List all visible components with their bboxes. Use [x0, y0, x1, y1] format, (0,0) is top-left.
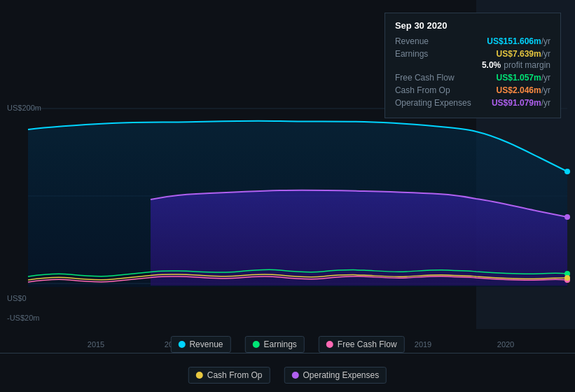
legend-label-cash-from-op: Cash From Op	[207, 370, 263, 380]
tooltip-row-op-expenses: Operating Expenses US$91.079m/yr	[395, 98, 550, 108]
y-label-mid: US$0	[7, 294, 27, 302]
tooltip-fcf-label: Free Cash Flow	[395, 73, 479, 83]
tooltip-revenue-label: Revenue	[395, 36, 479, 46]
svg-point-6	[564, 169, 570, 174]
y-label-top: US$200m	[7, 104, 41, 112]
legend-item-revenue[interactable]: Revenue	[170, 336, 230, 353]
tooltip-profit-margin-label: profit margin	[504, 60, 550, 70]
legend-label-op-expenses: Operating Expenses	[303, 370, 379, 380]
tooltip-date: Sep 30 2020	[395, 20, 550, 31]
x-label-2015: 2015	[88, 340, 104, 349]
legend-label-revenue: Revenue	[189, 340, 223, 349]
tooltip-row-cash-from-op: Cash From Op US$2.046m/yr	[395, 85, 550, 95]
legend-dot-revenue	[178, 341, 185, 348]
tooltip-revenue-value: US$151.606m/yr	[487, 36, 550, 46]
legend-dot-earnings	[252, 341, 259, 348]
tooltip-box: Sep 30 2020 Revenue US$151.606m/yr Earni…	[385, 13, 561, 118]
svg-point-7	[564, 214, 570, 220]
legend-item-op-expenses[interactable]: Operating Expenses	[284, 367, 387, 384]
tooltip-row-revenue: Revenue US$151.606m/yr	[395, 36, 550, 46]
legend: Revenue Earnings Free Cash Flow Cash Fro…	[144, 336, 431, 384]
tooltip-earnings-label: Earnings	[395, 49, 479, 59]
tooltip-profit-margin: 5.0%	[482, 60, 501, 70]
svg-point-10	[564, 275, 570, 281]
legend-dot-cash-from-op	[196, 372, 203, 379]
chart-container: US$200m US$0 -US$20m 2015 2016 2017 2018…	[0, 0, 575, 392]
legend-label-fcf: Free Cash Flow	[338, 340, 397, 349]
tooltip-op-expenses-value: US$91.079m/yr	[492, 98, 550, 108]
x-label-2020: 2020	[497, 340, 514, 349]
tooltip-fcf-value: US$1.057m/yr	[497, 73, 550, 83]
legend-label-earnings: Earnings	[263, 340, 296, 349]
tooltip-row-profit-margin: 5.0% profit margin	[479, 60, 550, 70]
tooltip-cash-from-op-label: Cash From Op	[395, 85, 479, 95]
legend-item-cash-from-op[interactable]: Cash From Op	[188, 367, 270, 384]
tooltip-op-expenses-label: Operating Expenses	[395, 98, 479, 108]
legend-dot-fcf	[326, 341, 333, 348]
y-label-bottom: -US$20m	[7, 314, 39, 322]
tooltip-cash-from-op-value: US$2.046m/yr	[497, 85, 550, 95]
tooltip-row-fcf: Free Cash Flow US$1.057m/yr	[395, 73, 550, 83]
legend-item-fcf[interactable]: Free Cash Flow	[319, 336, 405, 353]
legend-item-earnings[interactable]: Earnings	[244, 336, 304, 353]
tooltip-row-earnings: Earnings US$7.639m/yr	[395, 49, 550, 59]
tooltip-earnings-value: US$7.639m/yr	[497, 49, 550, 59]
legend-dot-op-expenses	[291, 372, 298, 379]
